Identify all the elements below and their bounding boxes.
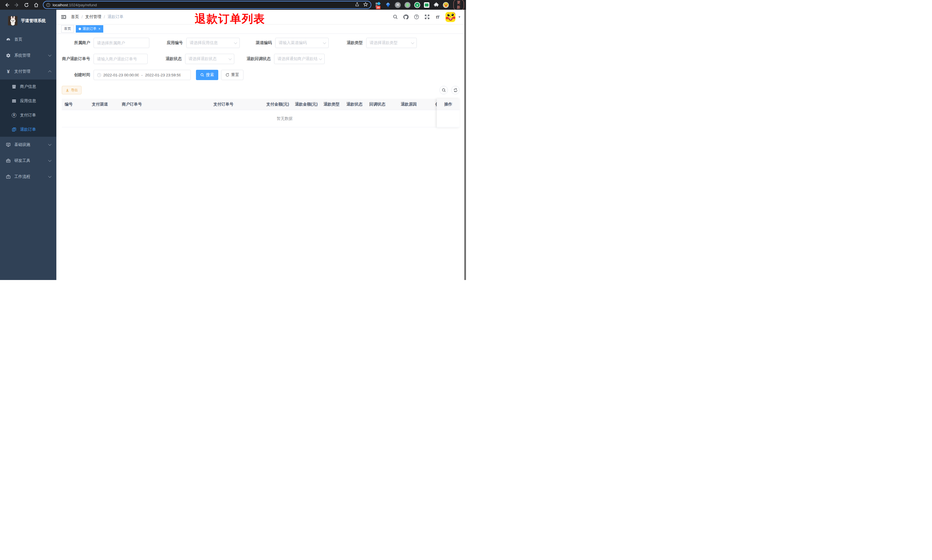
omnibox-actions (355, 2, 368, 8)
sidebar-item-system[interactable]: 系统管理 (0, 48, 56, 63)
breadcrumb-separator: / (104, 15, 105, 19)
filter-label: 应用编号 (149, 40, 186, 46)
sidebar-collapse-icon[interactable] (61, 14, 66, 20)
toolbar-right (439, 86, 460, 94)
bookmark-star-icon[interactable] (363, 2, 368, 8)
extension-blocks-icon[interactable]: 10 (375, 2, 381, 8)
share-icon[interactable] (355, 2, 359, 8)
address-bar[interactable]: localhost:1024/pay/refund (43, 1, 371, 9)
back-icon[interactable] (4, 2, 10, 8)
url-text: localhost:1024/pay/refund (52, 3, 355, 7)
export-button[interactable]: 导出 (62, 86, 82, 94)
refund-status-select[interactable]: 请选择退款状态 (185, 54, 234, 64)
search-icon (200, 73, 204, 77)
col-pay-amount: 支付金额(元) (263, 102, 292, 107)
sidebar-item-home[interactable]: 首页 (0, 31, 56, 48)
sidebar-item-payment[interactable]: ¥ 支付管理 (0, 63, 56, 80)
merchant-refund-no-field[interactable] (97, 57, 144, 61)
refresh-table-button[interactable] (451, 86, 460, 94)
avatar-caret-icon[interactable]: ▾ (458, 15, 460, 19)
extension-emoji-icon[interactable] (443, 2, 449, 8)
browser-update-button[interactable]: 更新 (454, 0, 464, 10)
avatar[interactable] (445, 12, 455, 22)
sidebar-item-pay-order[interactable]: ¥ 支付订单 (0, 108, 56, 122)
breadcrumb-home[interactable]: 首页 (71, 14, 79, 20)
help-icon[interactable] (414, 14, 419, 20)
tab-close-icon[interactable]: × (98, 27, 100, 31)
chevron-down-icon (48, 142, 51, 146)
browser-nav-buttons (2, 2, 41, 8)
date-start-value[interactable]: 2022-01-23 00:00:00 (103, 73, 139, 77)
browser-toolbar: localhost:1024/pay/refund 10 ⌘ y (0, 0, 466, 10)
tab-home[interactable]: 首页 (61, 25, 74, 32)
chevron-down-icon (323, 41, 326, 44)
sidebar-item-app-info[interactable]: 应用信息 (0, 94, 56, 108)
dashboard-icon (6, 37, 11, 42)
url-host: localhost (52, 3, 68, 7)
breadcrumb-separator: / (82, 15, 83, 19)
filter-label: 退款状态 (148, 56, 185, 62)
extension-command-icon[interactable]: ⌘ (395, 2, 401, 8)
github-icon[interactable] (403, 14, 409, 20)
filter-label: 商户退款订单号 (62, 56, 94, 62)
chevron-down-icon (229, 57, 232, 60)
date-end-value[interactable]: 2022-01-23 23:59:59 (145, 73, 180, 77)
annotation-title: 退款订单列表 (195, 11, 265, 26)
sidebar-logo[interactable]: 芋道管理系统 (0, 10, 56, 31)
app-id-select[interactable]: 请选择应用信息 (186, 38, 240, 48)
extension-chat-icon[interactable] (424, 2, 429, 8)
sidebar-item-label: 应用信息 (20, 98, 36, 103)
chevron-down-icon (48, 53, 51, 56)
search-icon[interactable] (392, 14, 398, 20)
filter-label: 所属商户 (62, 40, 94, 46)
sidebar-item-label: 首页 (14, 37, 22, 42)
forward-icon[interactable] (14, 2, 20, 8)
filter-merchant-refund-no: 商户退款订单号 (62, 54, 148, 64)
filter-app-id: 应用编号 请选择应用信息 (149, 38, 240, 48)
site-info-icon[interactable] (46, 3, 50, 7)
callback-status-select[interactable]: 请选择通知商户退款结果的 (274, 54, 325, 64)
sidebar: 芋道管理系统 首页 系统管理 ¥ (0, 10, 56, 280)
table-body: 暂无数据 (62, 110, 460, 127)
sidebar-menu: 首页 系统管理 ¥ 支付管理 (0, 31, 56, 185)
fullscreen-icon[interactable] (424, 14, 430, 20)
font-size-icon[interactable]: tT (435, 14, 441, 20)
home-icon[interactable] (33, 2, 39, 8)
extension-green-dot-icon[interactable] (404, 2, 411, 8)
reload-icon[interactable] (23, 2, 29, 8)
filter-label: 退款类型 (329, 40, 366, 46)
active-dot (78, 28, 81, 30)
merchant-input[interactable] (94, 38, 149, 48)
sidebar-item-dev-tools[interactable]: 研发工具 (0, 153, 56, 169)
extension-y-icon[interactable]: y (414, 2, 420, 8)
extensions-puzzle-icon[interactable] (433, 2, 439, 8)
refund-type-select[interactable]: 请选择退款类型 (366, 38, 417, 48)
yen-circle-icon: ¥ (12, 113, 16, 118)
toggle-search-button[interactable] (439, 86, 448, 94)
date-range-picker[interactable]: 2022-01-23 00:00:00 - 2022-01-23 23:59:5… (94, 70, 191, 80)
chevron-down-icon (48, 174, 51, 178)
sidebar-item-infrastructure[interactable]: 基础设施 (0, 137, 56, 153)
sidebar-item-label: 支付订单 (20, 113, 36, 118)
col-actions: 操作 (437, 98, 460, 110)
sidebar-item-merchant-info[interactable]: 商户信息 (0, 80, 56, 94)
sidebar-item-workflow[interactable]: 工作流程 (0, 169, 56, 185)
chevron-down-icon (234, 41, 237, 44)
merchant-refund-no-input[interactable] (94, 54, 148, 64)
chevron-down-icon (319, 57, 322, 60)
reset-button[interactable]: 重置 (221, 70, 243, 80)
sidebar-item-refund-order[interactable]: 退款订单 (0, 122, 56, 137)
merchant-input-field[interactable] (97, 41, 146, 45)
date-separator: - (141, 73, 143, 77)
empty-state-text: 暂无数据 (277, 116, 293, 121)
tab-refund-order[interactable]: 退款订单 × (76, 25, 103, 32)
sidebar-item-label: 退款订单 (20, 127, 36, 132)
extension-gem-icon[interactable] (385, 2, 391, 8)
page-scrollbar[interactable] (464, 10, 466, 280)
filter-label: 退款回调状态 (234, 56, 274, 62)
channel-code-select[interactable]: 请输入渠道编码 (275, 38, 329, 48)
search-button[interactable]: 搜索 (196, 70, 218, 80)
col-pay-order-no: 支付订单号 (211, 102, 263, 107)
breadcrumb-payment[interactable]: 支付管理 (85, 14, 101, 20)
payment-submenu: 商户信息 应用信息 ¥ 支付订单 (0, 80, 56, 137)
